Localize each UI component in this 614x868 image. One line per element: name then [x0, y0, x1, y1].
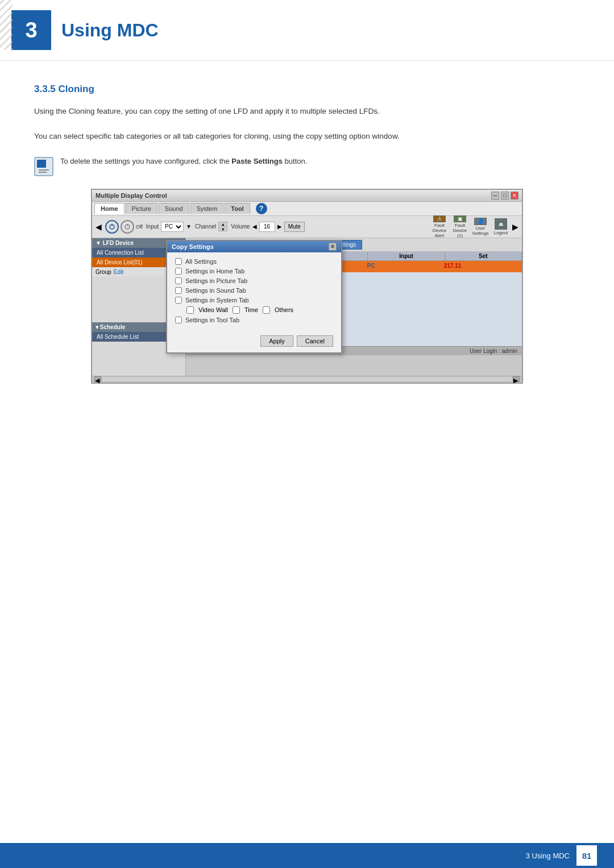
fault-device-button[interactable]: ▣ Fault Device(1): [451, 218, 469, 236]
volume-right-btn[interactable]: ▶: [277, 223, 282, 230]
power-on-button[interactable]: [105, 220, 119, 234]
label-all-settings: All Settings: [185, 258, 217, 265]
copy-dialog-title-text: Copy Settings: [172, 243, 214, 250]
copy-dialog-titlebar: Copy Settings ✕: [167, 241, 341, 252]
tab-picture[interactable]: Picture: [126, 203, 157, 214]
checkbox-tool-tab[interactable]: [175, 317, 182, 323]
help-button[interactable]: ?: [256, 203, 267, 214]
minimize-button[interactable]: ─: [491, 192, 499, 200]
note-row: To delete the settings you have configur…: [34, 156, 580, 176]
mute-button[interactable]: Mute: [284, 222, 305, 232]
label-picture-tab: Settings in Picture Tab: [185, 277, 247, 284]
system-sub-options: Video Wall Time Others: [186, 306, 333, 314]
input-control: Input PC ▼: [146, 222, 192, 232]
channel-down-button[interactable]: ▼: [218, 227, 227, 231]
label-sound-tab: Settings in Sound Tab: [185, 287, 246, 294]
option-tool-tab: Settings in Tool Tab: [175, 317, 333, 323]
copy-dialog-close-button[interactable]: ✕: [329, 243, 337, 251]
checkbox-sound-tab[interactable]: [175, 287, 182, 294]
note-text: To delete the settings you have configur…: [60, 156, 307, 168]
note-icon: [34, 157, 53, 176]
icon-buttons: ⚠ Fault DeviceAlert ▣ Fault Device(1) 👤 …: [430, 218, 518, 236]
group-label: Group: [96, 269, 111, 275]
th-input: Input: [368, 252, 445, 260]
option-all-settings: All Settings: [175, 258, 333, 265]
checkbox-time[interactable]: [233, 306, 240, 314]
checkbox-picture-tab[interactable]: [175, 277, 182, 284]
mdc-titlebar: Multiple Display Control ─ □ ✕: [92, 190, 522, 202]
input-label: Input: [146, 223, 159, 230]
horizontal-scrollbar[interactable]: ◀ ▶: [92, 376, 522, 383]
tab-sound[interactable]: Sound: [159, 203, 189, 214]
option-picture-tab: Settings in Picture Tab: [175, 277, 333, 284]
off-label: Off: [136, 224, 143, 230]
status-text: User Login : admin: [470, 348, 517, 354]
mdc-title: Multiple Display Control: [96, 192, 167, 199]
edit-label[interactable]: Edit: [114, 269, 123, 275]
option-system-tab: Settings in System Tab: [175, 297, 333, 304]
label-system-tab: Settings in System Tab: [185, 297, 249, 304]
device-input-cell: PC: [365, 262, 442, 271]
volume-input[interactable]: [259, 222, 275, 232]
page-footer: 3 Using MDC 81: [0, 843, 614, 868]
section-number: 3.3.5: [34, 84, 56, 94]
cancel-button[interactable]: Cancel: [297, 335, 333, 347]
volume-control: Volume ◀ ▶ Mute: [231, 222, 305, 232]
option-sound-tab: Settings in Sound Tab: [175, 287, 333, 294]
label-others: Others: [275, 306, 293, 313]
logout-button[interactable]: ⏏ Logout: [492, 218, 510, 236]
svg-rect-3: [39, 172, 47, 173]
label-time: Time: [244, 306, 258, 313]
page-header: 3 Using MDC: [0, 0, 614, 61]
mdc-win-controls[interactable]: ─ □ ✕: [491, 192, 518, 200]
channel-control: Channel ▲ ▼: [195, 222, 227, 231]
checkbox-all-settings[interactable]: [175, 258, 182, 265]
checkbox-others[interactable]: [263, 306, 270, 314]
page-title: Using MDC: [61, 20, 159, 41]
volume-label: Volume: [231, 223, 250, 230]
footer-page-number: 81: [576, 845, 597, 866]
scroll-right-arrow[interactable]: ▶: [513, 376, 520, 382]
user-settings-button[interactable]: 👤 User Settings: [471, 218, 489, 236]
tab-home[interactable]: Home: [94, 203, 125, 214]
scroll-track: [102, 377, 512, 381]
copy-dialog-body: All Settings Settings in Home Tab Settin…: [167, 252, 341, 332]
tab-tool[interactable]: Tool: [225, 203, 250, 214]
channel-up-button[interactable]: ▲: [218, 222, 227, 226]
tab-system[interactable]: System: [190, 203, 224, 214]
scroll-left-arrow[interactable]: ◀: [94, 376, 101, 382]
fault-device-alert-button[interactable]: ⚠ Fault DeviceAlert: [430, 218, 449, 236]
svg-rect-1: [37, 160, 46, 168]
footer-text: 3 Using MDC: [526, 852, 570, 860]
close-button[interactable]: ✕: [511, 192, 518, 200]
option-home-tab: Settings in Home Tab: [175, 268, 333, 275]
body-text-2: You can select specific tab categories o…: [34, 130, 580, 143]
maximize-button[interactable]: □: [501, 192, 509, 200]
mdc-controls-toolbar: ◀ Off Input PC ▼ Channe: [92, 216, 522, 238]
device-set-cell: 217.11: [442, 262, 518, 271]
checkbox-video-wall[interactable]: [186, 306, 194, 314]
svg-rect-2: [39, 169, 49, 171]
th-set: Set: [445, 252, 522, 260]
section-heading: 3.3.5 Cloning: [34, 84, 580, 95]
checkbox-home-tab[interactable]: [175, 268, 182, 275]
copy-dialog-footer: Apply Cancel: [167, 332, 341, 352]
label-tool-tab: Settings in Tool Tab: [185, 317, 239, 323]
main-content: 3.3.5 Cloning Using the Cloning feature,…: [0, 61, 614, 406]
apply-button[interactable]: Apply: [260, 335, 293, 347]
power-off-button[interactable]: [121, 220, 134, 234]
mdc-window: Multiple Display Control ─ □ ✕ Home Pict…: [91, 189, 523, 384]
checkbox-system-tab[interactable]: [175, 297, 182, 304]
channel-label: Channel: [195, 223, 216, 230]
volume-left-btn[interactable]: ◀: [252, 223, 257, 230]
mdc-tab-bar: Home Picture Sound System Tool ?: [92, 202, 522, 216]
copy-settings-dialog: Copy Settings ✕ All Settings Settings in…: [166, 240, 342, 354]
input-select[interactable]: PC: [161, 222, 184, 232]
body-text-1: Using the Cloning feature, you can copy …: [34, 105, 580, 118]
label-video-wall: Video Wall: [198, 306, 228, 313]
corner-decoration: [0, 0, 13, 50]
scroll-right-button[interactable]: ▶: [512, 222, 518, 231]
chapter-badge: 3: [11, 10, 51, 50]
section-title: Cloning: [59, 84, 94, 94]
scroll-left-button[interactable]: ◀: [96, 222, 102, 231]
